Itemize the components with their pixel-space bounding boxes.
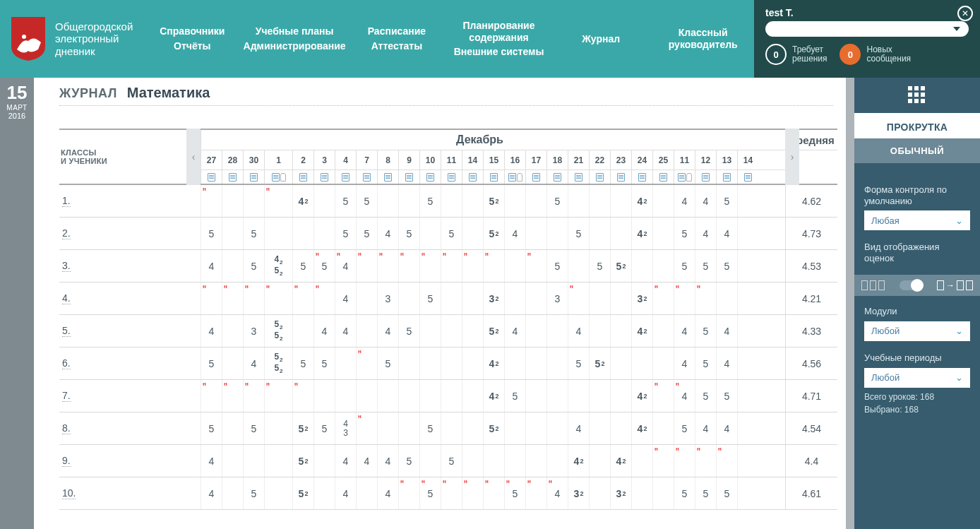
grade-cell[interactable]: 5 xyxy=(716,477,737,509)
grade-cell[interactable] xyxy=(610,412,631,444)
grade-cell[interactable]: 5 xyxy=(243,412,264,444)
counter-decisions[interactable]: 0 Требуетрешения xyxy=(765,44,827,65)
grade-cell[interactable] xyxy=(525,218,546,249)
grade-cell[interactable]: 42 xyxy=(568,445,589,477)
grade-cell[interactable]: 32 xyxy=(610,477,631,509)
grade-cell[interactable] xyxy=(589,315,610,347)
grade-cell[interactable] xyxy=(419,380,441,412)
toggle-switch[interactable] xyxy=(900,280,922,290)
grade-cell[interactable]: 4 xyxy=(568,315,589,347)
grade-cell[interactable] xyxy=(313,477,335,509)
day-header[interactable]: 10 xyxy=(419,150,441,170)
grade-cell[interactable]: 5 xyxy=(335,218,356,249)
grade-cell[interactable]: н xyxy=(525,477,546,509)
grade-cell[interactable]: н xyxy=(243,283,264,314)
grade-cell[interactable]: 5 xyxy=(568,218,589,249)
grade-cell[interactable]: 5 xyxy=(201,347,222,379)
grade-cell[interactable]: 5 xyxy=(674,250,695,282)
grade-cell[interactable]: 4 xyxy=(201,477,222,509)
student-row[interactable]: 7. xyxy=(59,380,201,412)
grade-cell[interactable]: 42 xyxy=(631,218,652,249)
lesson-type-cell[interactable] xyxy=(652,170,674,184)
grade-cell[interactable] xyxy=(398,185,419,217)
grade-cell[interactable] xyxy=(589,185,610,217)
lesson-type-cell[interactable] xyxy=(264,170,292,184)
student-row[interactable]: 8. xyxy=(59,412,201,445)
control-form-select[interactable]: Любая⌄ xyxy=(864,210,970,230)
grade-cell[interactable] xyxy=(525,412,546,444)
grade-cell[interactable]: 42 xyxy=(292,185,313,217)
grade-cell[interactable] xyxy=(243,445,264,477)
grade-cell[interactable] xyxy=(737,477,758,509)
grade-cell[interactable] xyxy=(264,412,292,444)
grade-cell[interactable]: 5 xyxy=(504,380,525,412)
grade-cell[interactable] xyxy=(222,185,243,217)
grade-cell[interactable] xyxy=(737,315,758,347)
lesson-type-cell[interactable] xyxy=(631,170,652,184)
grade-cell[interactable]: 4 xyxy=(377,315,398,347)
grade-cell[interactable] xyxy=(462,347,483,379)
grade-cell[interactable] xyxy=(610,218,631,249)
grade-cell[interactable]: 5 xyxy=(695,347,716,379)
scroll-mode-button[interactable]: ОБЫЧНЫЙ xyxy=(854,138,980,163)
grade-cell[interactable]: 52 xyxy=(483,315,504,347)
grade-cell[interactable]: 5 xyxy=(695,315,716,347)
scroll-left-button[interactable]: ‹ xyxy=(186,129,201,185)
grade-cell[interactable]: н xyxy=(264,380,292,412)
grade-cell[interactable] xyxy=(441,412,462,444)
scrollbar[interactable] xyxy=(846,78,854,529)
grade-cell[interactable]: 4 xyxy=(377,218,398,249)
grade-cell[interactable]: н xyxy=(356,347,377,379)
grade-cell[interactable]: 42 xyxy=(483,380,504,412)
grade-cell[interactable] xyxy=(504,412,525,444)
grade-cell[interactable]: 4 xyxy=(568,412,589,444)
grade-cell[interactable]: 4 xyxy=(313,315,335,347)
lesson-type-cell[interactable] xyxy=(525,170,546,184)
grade-cell[interactable] xyxy=(264,218,292,249)
day-header[interactable]: 21 xyxy=(568,150,589,170)
grade-cell[interactable]: н xyxy=(568,283,589,314)
day-header[interactable]: 8 xyxy=(377,150,398,170)
grade-cell[interactable]: 5 xyxy=(335,185,356,217)
grade-cell[interactable] xyxy=(377,380,398,412)
grade-cell[interactable]: 5 xyxy=(398,315,419,347)
grade-cell[interactable] xyxy=(222,477,243,509)
grade-cell[interactable] xyxy=(335,380,356,412)
grade-cell[interactable] xyxy=(610,283,631,314)
grade-cell[interactable]: н xyxy=(674,283,695,314)
grade-cell[interactable] xyxy=(504,445,525,477)
grade-cell[interactable]: н4 xyxy=(674,380,695,412)
grade-cell[interactable]: 52 xyxy=(589,347,610,379)
grade-cell[interactable] xyxy=(313,445,335,477)
day-header[interactable]: 22 xyxy=(589,150,610,170)
grade-cell[interactable]: 5 xyxy=(356,185,377,217)
day-header[interactable]: 17 xyxy=(525,150,546,170)
user-dropdown[interactable] xyxy=(765,21,969,37)
grade-cell[interactable]: н xyxy=(313,283,335,314)
grade-cell[interactable] xyxy=(313,380,335,412)
day-header[interactable]: 7 xyxy=(356,150,377,170)
grade-cell[interactable] xyxy=(292,315,313,347)
student-row[interactable]: 5. xyxy=(59,315,201,347)
grade-cell[interactable] xyxy=(589,477,610,509)
grade-cell[interactable]: 5 xyxy=(546,250,568,282)
grade-cell[interactable]: 4 xyxy=(201,445,222,477)
grade-cell[interactable] xyxy=(398,380,419,412)
lesson-type-cell[interactable] xyxy=(243,170,264,184)
grade-cell[interactable] xyxy=(504,185,525,217)
grade-cell[interactable] xyxy=(441,347,462,379)
grade-cell[interactable] xyxy=(631,477,652,509)
grade-cell[interactable]: н xyxy=(483,250,504,282)
grade-cell[interactable]: 52 xyxy=(483,412,504,444)
grade-cell[interactable] xyxy=(546,445,568,477)
grade-cell[interactable] xyxy=(441,283,462,314)
lesson-type-cell[interactable] xyxy=(222,170,243,184)
grade-cell[interactable]: 52 xyxy=(483,185,504,217)
grade-cell[interactable] xyxy=(631,250,652,282)
grade-cell[interactable]: 4 xyxy=(377,477,398,509)
periods-select[interactable]: Любой⌄ xyxy=(864,368,970,388)
grade-cell[interactable]: 5 xyxy=(398,218,419,249)
day-header[interactable]: 14 xyxy=(462,150,483,170)
grade-cell[interactable]: н xyxy=(652,380,674,412)
grade-cell[interactable]: 5 xyxy=(313,412,335,444)
